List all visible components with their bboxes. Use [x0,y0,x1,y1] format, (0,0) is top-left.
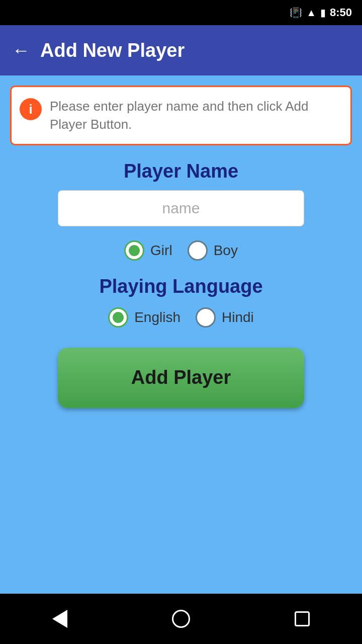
home-circle-icon [172,610,190,628]
playing-language-label: Playing Language [99,276,262,297]
add-player-button[interactable]: Add Player [58,348,304,408]
bottom-nav [0,594,362,644]
recents-square-icon [295,611,310,626]
language-option-hindi[interactable]: Hindi [196,307,254,328]
girl-radio-inner [129,245,140,256]
back-button[interactable]: ← [12,40,30,61]
player-name-input[interactable] [58,190,304,226]
nav-recents-button[interactable] [295,611,310,626]
nav-back-button[interactable] [52,610,67,628]
hindi-label: Hindi [222,309,254,326]
hindi-radio-circle[interactable] [196,307,216,328]
language-option-english[interactable]: English [108,307,180,328]
english-radio-circle[interactable] [108,307,128,328]
main-content: i Please enter player name and then clic… [0,75,362,594]
nav-home-button[interactable] [172,610,190,628]
player-name-label: Player Name [124,160,238,182]
girl-radio-circle[interactable] [124,240,144,261]
status-time: 8:50 [330,6,352,19]
info-icon: i [20,98,42,120]
app-bar: ← Add New Player [0,25,362,75]
app-bar-title: Add New Player [40,40,185,61]
girl-label: Girl [150,243,172,259]
boy-label: Boy [214,243,238,259]
status-bar: 📳 ▲ ▮ 8:50 [0,0,362,25]
english-radio-inner [113,312,124,323]
gender-radio-group: Girl Boy [124,240,238,261]
info-message: Please enter player name and then click … [50,97,340,134]
gender-option-boy[interactable]: Boy [188,240,238,261]
back-triangle-icon [52,610,67,628]
status-icons: 📳 ▲ ▮ 8:50 [290,6,352,19]
info-box: i Please enter player name and then clic… [10,86,352,145]
battery-icon: ▮ [320,7,326,19]
back-arrow-icon: ← [12,40,30,61]
english-label: English [134,309,180,326]
boy-radio-circle[interactable] [188,240,208,261]
vibrate-icon: 📳 [290,7,302,19]
signal-icon: ▲ [306,7,316,19]
gender-option-girl[interactable]: Girl [124,240,172,261]
language-radio-group: English Hindi [108,307,254,328]
